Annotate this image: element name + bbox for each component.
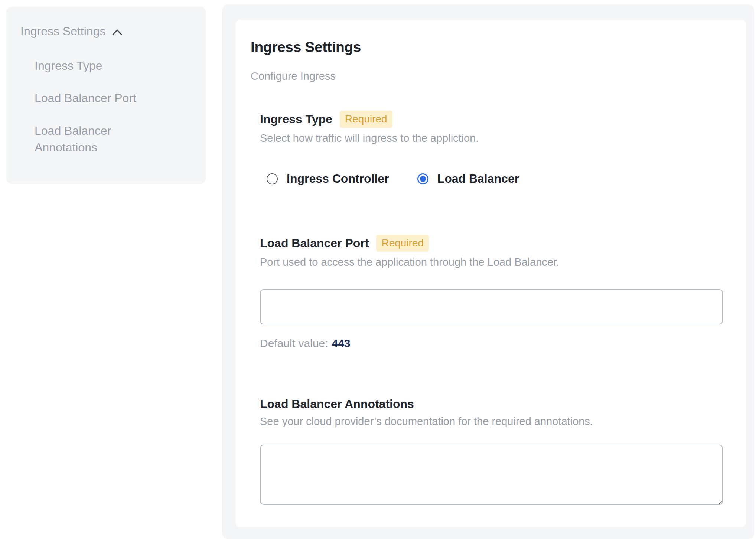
chevron-up-icon <box>112 29 122 35</box>
page-subtitle: Configure Ingress <box>251 70 731 82</box>
radio-selected-icon[interactable] <box>417 173 428 184</box>
sidebar-group-label: Ingress Settings <box>20 24 105 38</box>
sidebar-group-ingress-settings[interactable]: Ingress Settings <box>20 24 192 38</box>
section-ingress-type: Ingress Type Required Select how traffic… <box>260 111 731 186</box>
load-balancer-port-input[interactable] <box>260 289 723 324</box>
ingress-type-header: Ingress Type Required <box>260 111 731 128</box>
ingress-type-radio-group: Ingress Controller Load Balancer <box>267 172 731 186</box>
section-load-balancer-annotations: Load Balancer Annotations See your cloud… <box>260 397 731 505</box>
lb-annotations-label: Load Balancer Annotations <box>260 397 414 411</box>
main-panel: Ingress Settings Configure Ingress Ingre… <box>222 4 754 539</box>
lb-annotations-header: Load Balancer Annotations <box>260 397 731 411</box>
section-load-balancer-port: Load Balancer Port Required Port used to… <box>260 235 731 350</box>
page-title: Ingress Settings <box>251 39 731 55</box>
lb-port-description: Port used to access the application thro… <box>260 256 731 268</box>
lb-port-label: Load Balancer Port <box>260 236 369 250</box>
load-balancer-annotations-textarea[interactable] <box>260 445 723 505</box>
lb-annotations-description: See your cloud provider’s documentation … <box>260 415 731 428</box>
radio-option-ingress-controller[interactable]: Ingress Controller <box>267 172 389 186</box>
settings-sidebar: Ingress Settings Ingress Type Load Balan… <box>6 7 206 184</box>
default-value-line: Default value:443 <box>260 337 731 350</box>
sidebar-item-load-balancer-annotations[interactable]: Load Balancer Annotations <box>35 122 163 156</box>
sidebar-item-ingress-type[interactable]: Ingress Type <box>35 58 163 74</box>
sidebar-items: Ingress Type Load Balancer Port Load Bal… <box>35 58 192 156</box>
required-badge: Required <box>340 111 392 128</box>
ingress-type-label: Ingress Type <box>260 112 332 126</box>
radio-label-load-balancer: Load Balancer <box>437 172 519 186</box>
ingress-settings-card: Ingress Settings Configure Ingress Ingre… <box>236 20 746 527</box>
lb-port-header: Load Balancer Port Required <box>260 235 731 252</box>
default-value: 443 <box>332 337 350 349</box>
radio-label-ingress-controller: Ingress Controller <box>287 172 389 186</box>
radio-option-load-balancer[interactable]: Load Balancer <box>417 172 519 186</box>
radio-unselected-icon[interactable] <box>267 173 278 184</box>
ingress-type-description: Select how traffic will ingress to the a… <box>260 132 731 144</box>
sidebar-item-load-balancer-port[interactable]: Load Balancer Port <box>35 90 163 107</box>
required-badge: Required <box>376 235 429 252</box>
default-value-label: Default value: <box>260 337 328 349</box>
